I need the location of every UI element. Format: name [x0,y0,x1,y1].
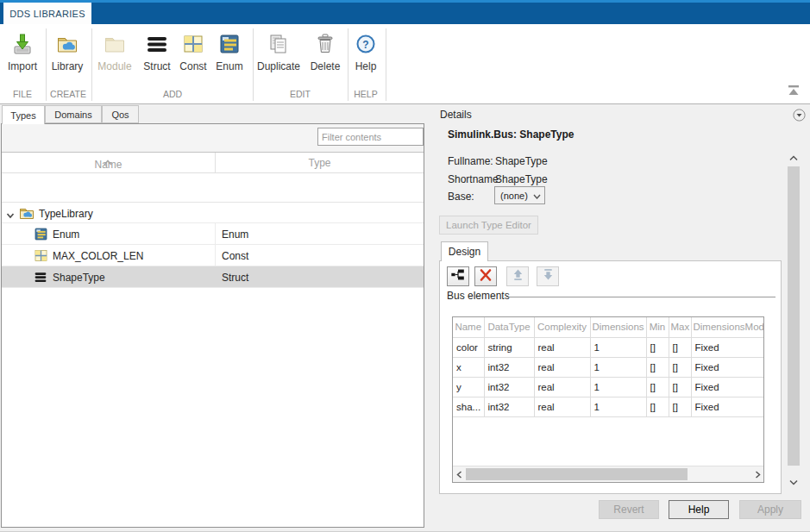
cell-max[interactable]: [] [669,357,691,377]
tree-row-max-color-len[interactable]: MAX_COLOR_LEN Const [2,245,424,266]
cell-max[interactable]: [] [669,377,691,397]
collapse-ribbon-icon[interactable] [787,84,801,97]
cell-name[interactable]: color [453,337,484,357]
col-min: Min [646,317,669,337]
module-icon [104,29,126,55]
tree-row-shapetype[interactable]: ShapeType Struct [2,266,424,288]
cell-max[interactable]: [] [669,337,691,357]
vscrollbar-thumb[interactable] [788,166,800,466]
tab-design[interactable]: Design [441,241,488,261]
import-icon [11,29,34,55]
help-button[interactable]: ? Help [344,29,387,98]
cell-min[interactable]: [] [646,337,669,357]
move-up-button[interactable] [506,266,529,286]
enum-button[interactable]: Enum [208,29,251,98]
duplicate-button-label: Duplicate [257,60,300,72]
duplicate-button[interactable]: Duplicate [254,29,304,98]
cell-dimensionsmode[interactable]: Fixed [691,377,763,397]
ribbon-separator [91,28,92,101]
cell-dimensions[interactable]: 1 [590,377,646,397]
const-button-label: Const [179,60,206,72]
move-down-button[interactable] [537,266,559,286]
cell-dimensions[interactable]: 1 [590,357,646,377]
scroll-up-icon[interactable] [788,152,800,164]
tree-column-type[interactable]: Type [215,153,424,173]
cell-dimensionsmode[interactable]: Fixed [691,337,763,357]
types-panel: Name Type TypeLibrary Enum E [1,123,424,528]
bus-elements-label: Bus elements [447,290,513,302]
tree-row-label: ShapeType [53,266,105,288]
shortname-label: Shortname: [448,173,501,185]
tab-domains[interactable]: Domains [45,105,102,123]
cell-dimensionsmode[interactable]: Fixed [691,357,763,377]
library-button[interactable]: Library [46,29,89,98]
dds-library-designer-window: DDS LIBRARIES Import Library Module [0,0,810,532]
const-type-icon [34,248,48,266]
delete-bus-element-button[interactable] [474,266,497,286]
cell-min[interactable]: [] [646,357,669,377]
tab-qos[interactable]: Qos [102,105,139,123]
base-dropdown-value: (none) [500,191,533,201]
details-collapse-icon[interactable] [793,109,806,122]
import-button[interactable]: Import [1,29,44,98]
revert-button[interactable]: Revert [599,500,659,519]
bus-element-row-color: color string real 1 [] [] Fixed [453,337,763,357]
cell-complexity[interactable]: real [534,357,590,377]
enum-icon [218,29,241,55]
cell-name[interactable]: y [453,377,484,397]
cell-datatype[interactable]: string [484,337,534,357]
enum-type-icon [34,227,48,244]
launch-type-editor-button[interactable]: Launch Type Editor [439,216,538,235]
tree-table-header: Name Type [2,153,424,173]
tab-dds-libraries-label: DDS LIBRARIES [9,9,85,19]
tab-design-label: Design [449,246,480,258]
scroll-left-icon[interactable] [453,468,465,480]
cell-name[interactable]: x [453,357,484,377]
tab-domains-label: Domains [54,110,91,120]
add-bus-element-button[interactable] [447,266,469,286]
cell-datatype[interactable]: int32 [484,377,534,397]
apply-button[interactable]: Apply [739,500,801,519]
scroll-down-icon[interactable] [788,476,800,488]
cell-complexity[interactable]: real [534,377,590,397]
fullname-label: Fullname: [448,155,493,167]
cell-dimensions[interactable]: 1 [590,397,646,416]
col-dimensionsmode: DimensionsMode [691,317,763,337]
expander-chevron-down-icon[interactable] [6,210,15,222]
cell-dimensionsmode[interactable]: Fixed [691,397,763,416]
tree-row-label: Enum [53,223,79,245]
help-footer-button[interactable]: Help [669,500,729,519]
col-dimensions: Dimensions [590,317,646,337]
tree-row-typelibrary[interactable]: TypeLibrary [2,202,424,223]
cell-datatype[interactable]: int32 [484,397,534,416]
delete-button[interactable]: Delete [304,29,347,98]
bus-elements-table: Name DataType Complexity Dimensions Min … [452,316,764,483]
cell-name[interactable]: sha... [453,397,484,416]
cell-max[interactable]: [] [669,397,691,416]
scroll-right-icon[interactable] [751,468,763,480]
tab-types[interactable]: Types [2,105,45,124]
cell-dimensions[interactable]: 1 [590,337,646,357]
tree-row-label: MAX_COLOR_LEN [53,245,143,266]
cell-complexity[interactable]: real [534,337,590,357]
toolstrip-titlebar: DDS LIBRARIES [0,0,810,24]
bus-table-hscrollbar[interactable] [453,466,763,482]
tree-row-enum[interactable]: Enum Enum [2,223,424,245]
module-button[interactable]: Module [93,29,136,98]
base-label: Base: [448,191,474,203]
ribbon-section-edit: EDIT [254,89,347,99]
cell-datatype[interactable]: int32 [484,357,534,377]
titlebar-highlight [0,0,810,3]
cell-min[interactable]: [] [646,377,669,397]
cell-complexity[interactable]: real [534,397,590,416]
cell-min[interactable]: [] [646,397,669,416]
revert-button-label: Revert [613,504,644,516]
enum-button-label: Enum [216,60,242,72]
filter-input[interactable] [317,128,424,146]
tree-column-name[interactable]: Name [2,153,215,173]
base-dropdown[interactable]: (none) [494,186,545,204]
hscrollbar-thumb[interactable] [466,468,688,480]
library-button-label: Library [52,60,84,72]
help-icon: ? [355,29,377,55]
tab-dds-libraries[interactable]: DDS LIBRARIES [3,3,91,24]
